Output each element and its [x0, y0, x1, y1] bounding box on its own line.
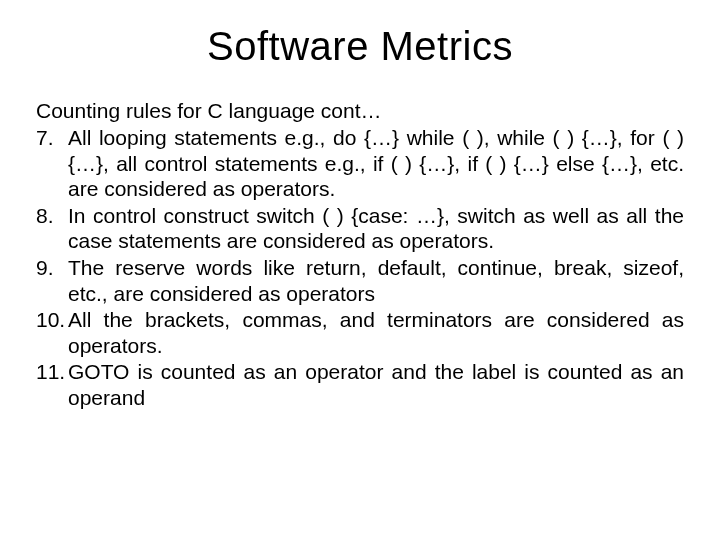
item-number: 8. [36, 203, 68, 254]
list-item: 11. GOTO is counted as an operator and t… [36, 359, 684, 410]
rules-list: 7. All looping statements e.g., do {…} w… [36, 125, 684, 411]
item-text: All the brackets, commas, and terminator… [68, 307, 684, 358]
section-subtitle: Counting rules for C language cont… [36, 99, 684, 123]
item-text: The reserve words like return, default, … [68, 255, 684, 306]
page-title: Software Metrics [36, 24, 684, 69]
item-number: 11. [36, 359, 68, 410]
item-text: In control construct switch ( ) {case: …… [68, 203, 684, 254]
item-text: All looping statements e.g., do {…} whil… [68, 125, 684, 202]
list-item: 8. In control construct switch ( ) {case… [36, 203, 684, 254]
list-item: 9. The reserve words like return, defaul… [36, 255, 684, 306]
item-text: GOTO is counted as an operator and the l… [68, 359, 684, 410]
item-number: 10. [36, 307, 68, 358]
item-number: 7. [36, 125, 68, 202]
list-item: 10. All the brackets, commas, and termin… [36, 307, 684, 358]
item-number: 9. [36, 255, 68, 306]
list-item: 7. All looping statements e.g., do {…} w… [36, 125, 684, 202]
